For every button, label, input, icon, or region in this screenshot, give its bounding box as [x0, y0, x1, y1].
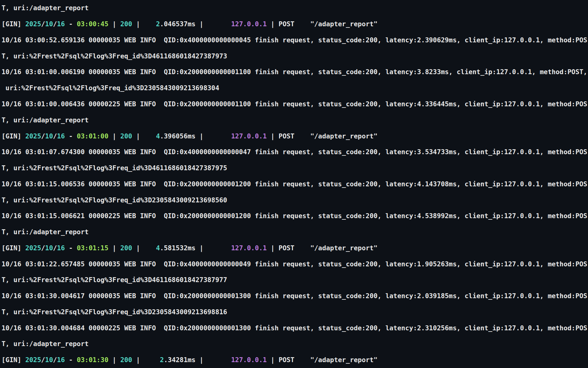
log-segment: 200	[120, 132, 132, 140]
log-segment: |	[132, 244, 156, 252]
log-segment: 03:01:30	[77, 356, 109, 364]
log-segment: T, uri:/adapter_report	[2, 116, 89, 124]
log-segment: /	[41, 244, 45, 252]
log-segment: [GIN]	[2, 244, 25, 252]
log-segment: T, uri:/adapter_report	[2, 4, 89, 12]
log-segment: |	[108, 20, 120, 28]
log-segment: 03:01:15	[77, 244, 109, 252]
log-segment: 2025	[25, 20, 41, 28]
log-line: T, uri:/adapter_report	[2, 0, 588, 16]
log-segment: -	[65, 20, 77, 28]
log-segment: 16	[57, 132, 65, 140]
log-segment: 10	[45, 244, 53, 252]
log-segment: -	[65, 356, 77, 364]
log-segment: T, uri:/adapter_report	[2, 340, 89, 348]
log-segment: /	[53, 244, 57, 252]
log-segment: T, uri:%2Frest%2Fsql%2Flog%3Freq_id%3D46…	[2, 164, 227, 172]
log-segment: 10/16 03:01:15.006536 00000035 WEB INFO …	[2, 180, 587, 188]
log-segment: 2025	[25, 244, 41, 252]
log-line: T, uri:%2Frest%2Fsql%2Flog%3Freq_id%3D46…	[2, 272, 588, 288]
log-segment: 03:00:45	[77, 20, 109, 28]
log-line: 10/16 03:00:52.659136 00000035 WEB INFO …	[2, 32, 588, 48]
log-segment: 127.0.0.1	[231, 356, 267, 364]
log-segment: 10/16 03:01:22.657485 00000035 WEB INFO …	[2, 260, 587, 268]
log-segment: 200	[120, 356, 132, 364]
log-segment: |	[108, 356, 120, 364]
log-segment: 2	[160, 356, 164, 364]
log-segment: .34281ms |	[164, 356, 231, 364]
log-segment: 10/16 03:01:00.006190 00000035 WEB INFO …	[2, 68, 587, 76]
log-line: [GIN] 2025/10/16 - 03:01:00 | 200 | 4.39…	[2, 128, 588, 144]
log-segment: 200	[120, 244, 132, 252]
log-segment: /	[53, 20, 57, 28]
log-segment: 10/16 03:01:30.004684 00000225 WEB INFO …	[2, 324, 587, 332]
log-segment: 16	[57, 356, 65, 364]
log-segment: | POST "/adapter_report"	[267, 132, 377, 140]
log-line: 10/16 03:01:00.006190 00000035 WEB INFO …	[2, 64, 588, 80]
log-segment: | POST "/adapter_report"	[267, 20, 377, 28]
log-segment: T, uri:%2Frest%2Fsql%2Flog%3Freq_id%3D46…	[2, 52, 227, 60]
log-segment: 10	[45, 132, 53, 140]
log-line: T, uri:%2Frest%2Fsql%2Flog%3Freq_id%3D23…	[2, 304, 588, 320]
log-segment: /	[41, 356, 45, 364]
log-segment: 4	[156, 244, 160, 252]
log-segment: 200	[120, 20, 132, 28]
log-segment: 127.0.0.1	[231, 244, 267, 252]
log-segment: 127.0.0.1	[231, 20, 267, 28]
log-segment: | POST "/adapter_report"	[267, 244, 377, 252]
log-segment: -	[65, 132, 77, 140]
log-segment: 4	[156, 132, 160, 140]
log-segment: -	[65, 244, 77, 252]
log-segment: 10/16 03:00:52.659136 00000035 WEB INFO …	[2, 36, 587, 44]
log-segment: .581532ms |	[160, 244, 231, 252]
log-segment: /	[41, 132, 45, 140]
log-segment: [GIN]	[2, 132, 25, 140]
log-segment: .396056ms |	[160, 132, 231, 140]
log-line: T, uri:/adapter_report	[2, 336, 588, 352]
log-segment: | POST "/adapter_report"	[267, 356, 377, 364]
log-segment: 2025	[25, 132, 41, 140]
log-line: T, uri:%2Frest%2Fsql%2Flog%3Freq_id%3D46…	[2, 160, 588, 176]
log-line: 10/16 03:01:15.006536 00000035 WEB INFO …	[2, 176, 588, 192]
log-segment: /	[53, 132, 57, 140]
log-line: [GIN] 2025/10/16 - 03:01:15 | 200 | 4.58…	[2, 240, 588, 256]
log-line: T, uri:%2Frest%2Fsql%2Flog%3Freq_id%3D46…	[2, 48, 588, 64]
log-line: 10/16 03:01:15.006621 00000225 WEB INFO …	[2, 208, 588, 224]
log-line: 10/16 03:01:22.657485 00000035 WEB INFO …	[2, 256, 588, 272]
log-segment: |	[132, 20, 156, 28]
log-segment: 03:01:00	[77, 132, 109, 140]
log-line: 10/16 03:01:30.004617 00000035 WEB INFO …	[2, 288, 588, 304]
log-segment: [GIN]	[2, 356, 25, 364]
log-segment: T, uri:/adapter_report	[2, 228, 89, 236]
log-segment: |	[108, 244, 120, 252]
log-segment: T, uri:%2Frest%2Fsql%2Flog%3Freq_id%3D46…	[2, 276, 227, 284]
log-segment: /	[53, 356, 57, 364]
log-line: [GIN] 2025/10/16 - 03:01:30 | 200 | 2.34…	[2, 352, 588, 368]
log-line: [GIN] 2025/10/16 - 03:00:45 | 200 | 2.04…	[2, 16, 588, 32]
log-line: T, uri:/adapter_report	[2, 224, 588, 240]
terminal-log-view: T, uri:/adapter_report[GIN] 2025/10/16 -…	[0, 0, 588, 368]
log-line: T, uri:/adapter_report	[2, 112, 588, 128]
log-line: T, uri:%2Frest%2Fsql%2Flog%3Freq_id%3D23…	[2, 192, 588, 208]
log-segment: uri:%2Frest%2Fsql%2Flog%3Freq_id%3D23058…	[2, 84, 219, 92]
log-segment: T, uri:%2Frest%2Fsql%2Flog%3Freq_id%3D23…	[2, 308, 227, 316]
log-line: 10/16 03:01:30.004684 00000225 WEB INFO …	[2, 320, 588, 336]
log-segment: /	[41, 20, 45, 28]
log-segment: 2025	[25, 356, 41, 364]
log-segment: |	[108, 132, 120, 140]
log-segment: 10/16 03:01:15.006621 00000225 WEB INFO …	[2, 212, 587, 220]
log-segment: 10/16 03:01:30.004617 00000035 WEB INFO …	[2, 292, 587, 300]
log-segment: 16	[57, 20, 65, 28]
log-segment: |	[132, 356, 160, 364]
log-segment: 10/16 03:01:07.674300 00000035 WEB INFO …	[2, 148, 587, 156]
log-segment: 127.0.0.1	[231, 132, 267, 140]
log-segment: 10	[45, 20, 53, 28]
log-segment: 10/16 03:01:00.006436 00000225 WEB INFO …	[2, 100, 587, 108]
log-segment: |	[132, 132, 156, 140]
log-line: uri:%2Frest%2Fsql%2Flog%3Freq_id%3D23058…	[2, 80, 588, 96]
log-segment: T, uri:%2Frest%2Fsql%2Flog%3Freq_id%3D23…	[2, 196, 227, 204]
log-line: 10/16 03:01:07.674300 00000035 WEB INFO …	[2, 144, 588, 160]
log-segment: 2	[156, 20, 160, 28]
log-segment: [GIN]	[2, 20, 25, 28]
log-segment: 10	[45, 356, 53, 364]
